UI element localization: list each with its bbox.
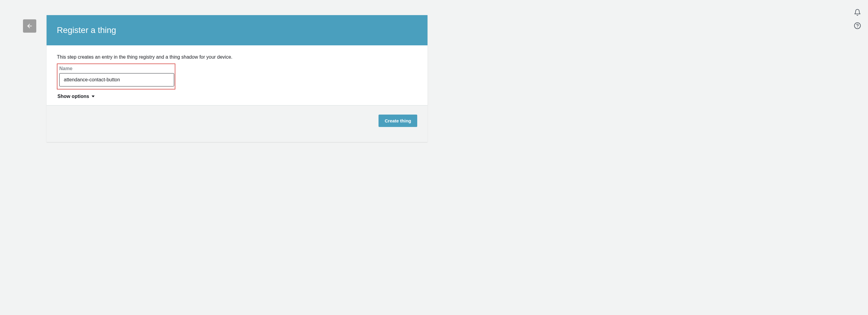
bell-icon	[854, 9, 861, 16]
right-rail	[854, 8, 861, 30]
name-field-highlight: Name	[57, 63, 175, 90]
register-thing-card: Register a thing This step creates an en…	[46, 15, 428, 142]
back-arrow-icon	[26, 23, 33, 29]
help-icon	[854, 22, 861, 29]
description-text: This step creates an entry in the thing …	[57, 55, 417, 60]
notifications-button[interactable]	[854, 8, 861, 16]
thing-name-input[interactable]	[59, 73, 174, 87]
create-thing-button[interactable]: Create thing	[378, 115, 417, 127]
show-options-label: Show options	[57, 94, 89, 99]
help-button[interactable]	[854, 22, 861, 30]
card-footer: Create thing	[46, 105, 428, 142]
name-label: Name	[59, 66, 174, 71]
back-button[interactable]	[23, 19, 36, 33]
caret-down-icon	[92, 96, 95, 97]
card-header: Register a thing	[46, 15, 428, 45]
show-options-toggle[interactable]: Show options	[57, 94, 95, 99]
page-title: Register a thing	[57, 25, 116, 35]
card-body: This step creates an entry in the thing …	[46, 45, 428, 105]
